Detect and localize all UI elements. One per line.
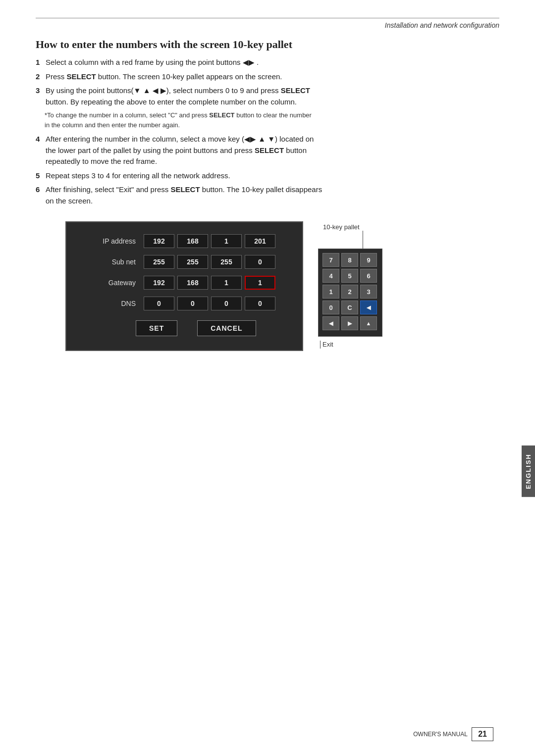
keypad-row-456: 4 5 6 [322,269,378,283]
ip-val-4: 201 [245,234,275,248]
steps-list: 1 Select a column with a red frame by us… [36,57,499,206]
step-1: 1 Select a column with a red frame by us… [36,57,499,68]
header-text: Installation and network configuration [385,21,499,29]
key-nav-right[interactable]: ▶ [341,316,358,330]
subnet-values: 255 255 255 0 [144,255,275,269]
gw-val-1: 192 [144,276,174,290]
gw-val-3: 1 [211,276,242,290]
dns-row: DNS 0 0 0 0 [81,297,287,310]
gateway-values: 192 168 1 1 [144,276,275,290]
page-footer: OWNER'S MANUAL 21 [413,727,499,741]
step-4: 4 After entering the number in the colum… [36,134,499,167]
cancel-button[interactable]: CANCEL [197,320,256,336]
dns-val-2: 0 [177,297,208,310]
sn-val-2: 255 [177,255,208,269]
ip-address-label: IP address [81,237,136,245]
section-title: How to enter the numbers with the screen… [36,38,499,51]
network-panel: IP address 192 168 1 201 Sub net 255 255… [65,221,303,351]
dns-val-1: 0 [144,297,174,310]
subnet-label: Sub net [81,258,136,266]
keypad-row-789: 7 8 9 [322,253,378,267]
keypad-row-0cb: 0 C ◀ [322,301,378,314]
gw-val-4: 1 [245,276,275,290]
ip-val-2: 168 [177,234,208,248]
key-5[interactable]: 5 [341,269,358,283]
key-7[interactable]: 7 [322,253,339,267]
key-9[interactable]: 9 [360,253,377,267]
key-3[interactable]: 3 [360,285,377,299]
key-1[interactable]: 1 [322,285,339,299]
sn-val-3: 255 [211,255,242,269]
panel-buttons: SET CANCEL [81,320,287,336]
exit-label: Exit [322,341,333,348]
key-nav-up[interactable]: ▲ [360,316,377,330]
english-language-tab: ENGLISH [522,446,535,497]
step-5: 5 Repeat steps 3 to 4 for entering all t… [36,170,499,182]
subnet-row: Sub net 255 255 255 0 [81,255,287,269]
sn-val-4: 0 [245,255,275,269]
step-2: 2 Press SELECT button. The screen 10-key… [36,71,499,83]
key-8[interactable]: 8 [341,253,358,267]
note-block: *To change the number in a column, selec… [45,110,499,130]
dns-val-3: 0 [211,297,242,310]
key-nav-left[interactable]: ◀ [322,316,339,330]
ip-address-values: 192 168 1 201 [144,234,275,248]
page-number: 21 [472,727,493,741]
diagram-area: IP address 192 168 1 201 Sub net 255 255… [36,221,499,351]
gw-val-2: 168 [177,276,208,290]
key-6[interactable]: 6 [360,269,377,283]
dns-values: 0 0 0 0 [144,297,275,310]
step-6: 6 After finishing, select "Exit" and pre… [36,184,499,206]
key-clear[interactable]: C [341,301,358,314]
key-back[interactable]: ◀ [360,301,377,314]
ip-val-1: 192 [144,234,174,248]
page-header: Installation and network configuration [36,21,499,29]
dns-label: DNS [81,300,136,307]
set-button[interactable]: SET [136,320,177,336]
gateway-row: Gateway 192 168 1 1 [81,276,287,290]
gateway-label: Gateway [81,279,136,287]
keypad: 7 8 9 4 5 6 1 2 3 0 [318,249,382,337]
owners-manual-label: OWNER'S MANUAL [413,731,468,738]
step-3: 3 By using the point buttons(▼ ▲ ◀ ▶), s… [36,85,499,107]
key-0[interactable]: 0 [322,301,339,314]
keypad-area: 10-key pallet 7 8 9 4 5 6 [318,221,382,349]
keypad-row-123: 1 2 3 [322,285,378,299]
keypad-nav-row: ◀ ▶ ▲ [322,316,378,330]
top-rule [36,18,499,18]
key-4[interactable]: 4 [322,269,339,283]
keypad-label: 10-key pallet [323,223,360,231]
dns-val-4: 0 [245,297,275,310]
ip-val-3: 1 [211,234,242,248]
ip-address-row: IP address 192 168 1 201 [81,234,287,248]
key-2[interactable]: 2 [341,285,358,299]
sn-val-1: 255 [144,255,174,269]
page-container: Installation and network configuration H… [0,0,535,756]
